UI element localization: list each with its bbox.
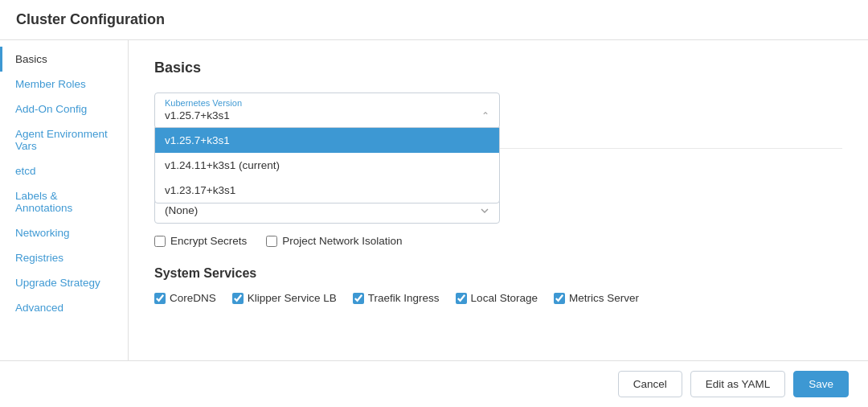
sidebar-item-networking[interactable]: Networking [0, 220, 128, 245]
service-metrics-server[interactable]: Metrics Server [554, 292, 639, 304]
kubernetes-version-dropdown[interactable]: Kubernetes Version v1.25.7+k3s1 ⌃ v1.25.… [154, 92, 500, 129]
chevron-up-icon: ⌃ [481, 110, 489, 121]
project-network-isolation-checkbox[interactable] [266, 236, 277, 247]
kubernetes-option-1[interactable]: v1.24.11+k3s1 (current) [155, 153, 499, 178]
klipper-label: Klipper Service LB [248, 292, 337, 304]
section-title: Basics [154, 60, 842, 76]
security-checkboxes: Encrypt Secrets Project Network Isolatio… [154, 235, 842, 247]
cancel-button[interactable]: Cancel [618, 371, 682, 397]
sidebar-item-upgrade-strategy[interactable]: Upgrade Strategy [0, 270, 128, 295]
content-area: Basics Kubernetes Version v1.25.7+k3s1 ⌃… [129, 40, 868, 360]
service-traefik[interactable]: Traefik Ingress [353, 292, 440, 304]
kubernetes-option-0[interactable]: v1.25.7+k3s1 [155, 128, 499, 153]
encrypt-secrets-label: Encrypt Secrets [170, 235, 247, 247]
sidebar-item-agent-environment-vars[interactable]: Agent Environment Vars [0, 121, 128, 158]
coredns-checkbox[interactable] [154, 293, 166, 304]
system-services-title: System Services [154, 266, 842, 281]
local-storage-checkbox[interactable] [456, 293, 467, 304]
sidebar-item-member-roles[interactable]: Member Roles [0, 72, 128, 97]
traefik-label: Traefik Ingress [368, 292, 440, 304]
system-services-section: System Services CoreDNS Klipper Service … [154, 266, 842, 304]
encrypt-secrets-checkbox[interactable] [154, 236, 166, 247]
service-local-storage[interactable]: Local Storage [456, 292, 538, 304]
klipper-checkbox[interactable] [232, 293, 244, 304]
sidebar-item-add-on-config[interactable]: Add-On Config [0, 97, 128, 121]
traefik-checkbox[interactable] [353, 293, 364, 304]
sidebar-item-labels-annotations[interactable]: Labels & Annotations [0, 183, 128, 220]
local-storage-label: Local Storage [471, 292, 538, 304]
kubernetes-option-2[interactable]: v1.23.17+k3s1 [155, 178, 499, 203]
encrypt-secrets-item[interactable]: Encrypt Secrets [154, 235, 247, 247]
project-network-isolation-item[interactable]: Project Network Isolation [266, 235, 402, 247]
metrics-server-label: Metrics Server [569, 292, 639, 304]
edit-as-yaml-button[interactable]: Edit as YAML [690, 371, 786, 397]
sidebar-item-etcd[interactable]: etcd [0, 158, 128, 183]
metrics-server-checkbox[interactable] [554, 293, 565, 304]
sidebar-item-basics[interactable]: Basics [0, 47, 128, 72]
project-network-isolation-label: Project Network Isolation [282, 235, 402, 247]
footer: Cancel Edit as YAML Save [0, 360, 868, 407]
service-coredns[interactable]: CoreDNS [154, 292, 216, 304]
kubernetes-version-value: v1.25.7+k3s1 [165, 109, 230, 121]
sidebar-item-registries[interactable]: Registries [0, 245, 128, 270]
services-row: CoreDNS Klipper Service LB Traefik Ingre… [154, 292, 842, 304]
kubernetes-version-selected[interactable]: v1.25.7+k3s1 ⌃ [155, 108, 499, 128]
save-button[interactable]: Save [793, 371, 849, 397]
page-title: Cluster Configuration [0, 0, 868, 40]
sidebar: Basics Member Roles Add-On Config Agent … [0, 40, 129, 360]
service-klipper[interactable]: Klipper Service LB [232, 292, 337, 304]
kubernetes-version-label: Kubernetes Version [155, 93, 499, 108]
kubernetes-version-options: v1.25.7+k3s1 v1.24.11+k3s1 (current) v1.… [154, 127, 500, 204]
coredns-label: CoreDNS [170, 292, 216, 304]
sidebar-item-advanced[interactable]: Advanced [0, 295, 128, 320]
